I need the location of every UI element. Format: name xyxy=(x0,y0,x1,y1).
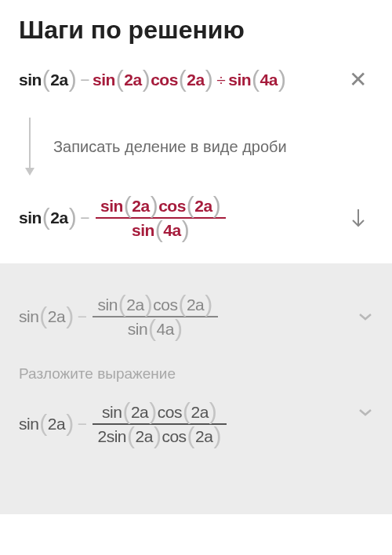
equation-row-2: sin ( 2a ) − sin ( 2a ) cos ( 2a ) sin xyxy=(19,194,373,263)
main-step-block: sin ( 2a ) − sin ( 2a ) cos ( 2a ) ÷ sin… xyxy=(0,54,392,263)
arg: 2a xyxy=(194,198,212,214)
fraction: sin ( 2a ) cos ( 2a ) 2 sin ( 2a ) cos xyxy=(93,401,226,448)
arg: 2a xyxy=(48,415,65,433)
arg: 2a xyxy=(50,209,67,227)
arg: 2a xyxy=(191,404,208,420)
fn-cos: cos xyxy=(158,404,182,420)
fraction: sin ( 2a ) cos ( 2a ) sin ( 4a ) xyxy=(93,293,217,340)
arg: 2a xyxy=(136,428,153,444)
expand-down-icon[interactable] xyxy=(343,201,373,234)
arg: 2a xyxy=(187,71,204,89)
fn-sin: sin xyxy=(97,296,117,313)
fn-cos: cos xyxy=(158,198,186,214)
den-prefix: 2 xyxy=(97,428,106,444)
equation-lower-2: sin ( 2a ) − sin ( 2a ) cos ( 2a ) 2 xyxy=(19,401,230,448)
minus-op: − xyxy=(77,71,93,89)
arg: 4a xyxy=(260,71,278,89)
fn-sin: sin xyxy=(128,321,147,337)
fn-sin: sin xyxy=(19,209,42,227)
collapsed-step-2[interactable]: sin ( 2a ) − sin ( 2a ) cos ( 2a ) 2 xyxy=(19,400,373,448)
fn-sin: sin xyxy=(19,71,42,89)
equation-row-1: sin ( 2a ) − sin ( 2a ) cos ( 2a ) ÷ sin… xyxy=(19,60,373,99)
collapsed-steps: sin ( 2a ) − sin ( 2a ) cos ( 2a ) sin xyxy=(0,263,392,514)
chevron-down-icon[interactable] xyxy=(358,312,373,321)
minus-op: − xyxy=(77,209,93,227)
page-title: Шаги по решению xyxy=(19,16,373,45)
fn-sin: sin xyxy=(19,415,38,433)
arg: 2a xyxy=(187,296,204,313)
minus-op: − xyxy=(74,415,90,433)
fn-cos: cos xyxy=(151,71,178,89)
fn-cos: cos xyxy=(162,428,186,444)
chevron-down-icon[interactable] xyxy=(358,408,373,417)
minus-op: − xyxy=(74,307,90,326)
collapsed-hint: Разложите выражение xyxy=(19,348,373,400)
fn-sin: sin xyxy=(107,428,126,444)
arg: 2a xyxy=(48,307,65,326)
header: Шаги по решению xyxy=(0,0,392,54)
collapsed-step-1[interactable]: sin ( 2a ) − sin ( 2a ) cos ( 2a ) sin xyxy=(19,285,373,348)
arg: 2a xyxy=(50,71,67,89)
divide-op: ÷ xyxy=(213,71,228,89)
arg: 4a xyxy=(157,321,174,337)
equation-2: sin ( 2a ) − sin ( 2a ) cos ( 2a ) sin xyxy=(19,194,229,241)
fn-sin: sin xyxy=(102,404,122,420)
arg: 2a xyxy=(195,428,212,444)
arg: 4a xyxy=(163,222,180,238)
fn-sin: sin xyxy=(132,222,154,238)
step-arrow-row: Записать деление в виде дроби xyxy=(19,99,373,194)
fn-sin: sin xyxy=(228,71,251,89)
arrow-down-icon xyxy=(25,118,34,176)
fn-sin: sin xyxy=(100,198,123,214)
equation-lower-1: sin ( 2a ) − sin ( 2a ) cos ( 2a ) sin xyxy=(19,293,221,340)
arg: 2a xyxy=(132,198,149,214)
fraction: sin ( 2a ) cos ( 2a ) sin ( 4a ) xyxy=(96,194,226,241)
fn-cos: cos xyxy=(153,296,177,313)
step-hint: Записать деление в виде дроби xyxy=(53,138,287,156)
close-icon[interactable]: ✕ xyxy=(343,60,373,99)
arg: 2a xyxy=(131,404,148,420)
equation-1: sin ( 2a ) − sin ( 2a ) cos ( 2a ) ÷ sin… xyxy=(19,71,286,89)
fn-sin: sin xyxy=(93,71,115,89)
arg: 2a xyxy=(126,296,143,313)
fn-sin: sin xyxy=(19,307,38,326)
arg: 2a xyxy=(124,71,141,89)
